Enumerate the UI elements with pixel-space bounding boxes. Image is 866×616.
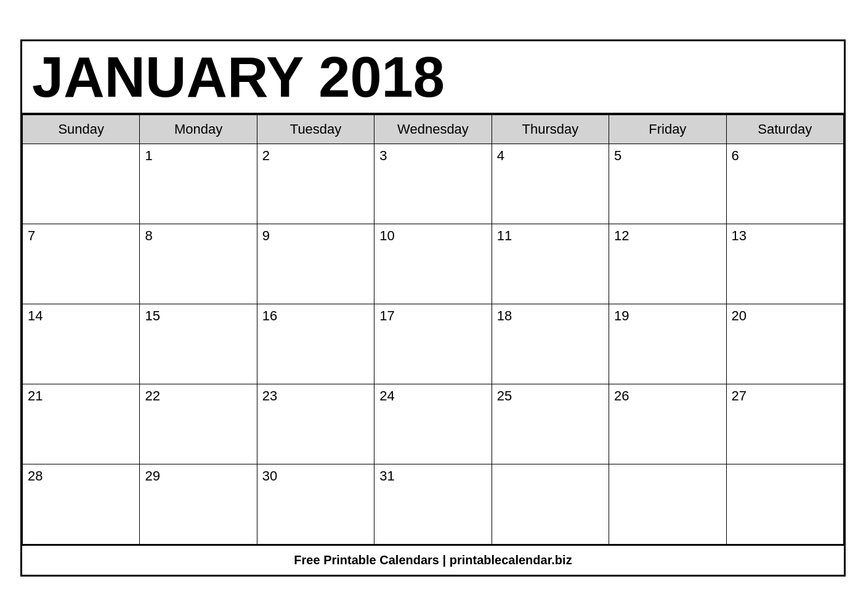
calendar-cell: 29: [140, 464, 257, 545]
calendar-cell: 7: [23, 224, 140, 304]
calendar-container: JANUARY 2018 SundayMondayTuesdayWednesda…: [20, 39, 846, 577]
calendar-cell: 8: [140, 224, 257, 304]
day-header-sunday: Sunday: [23, 115, 140, 144]
calendar-cell: 17: [374, 304, 492, 384]
day-header-thursday: Thursday: [492, 115, 609, 144]
calendar-cell: 5: [609, 144, 726, 224]
calendar-cell: 21: [23, 384, 140, 464]
calendar-cell: 23: [257, 384, 374, 464]
week-row-1: 123456: [23, 144, 844, 224]
day-header-friday: Friday: [609, 115, 726, 144]
calendar-cell: 18: [492, 304, 609, 384]
week-row-2: 78910111213: [23, 224, 844, 304]
calendar-cell: 22: [140, 384, 257, 464]
calendar-cell: 15: [140, 304, 257, 384]
calendar-cell: 27: [726, 384, 843, 464]
week-row-4: 21222324252627: [23, 384, 844, 464]
calendar-cell: [23, 144, 140, 224]
calendar-cell: 13: [726, 224, 843, 304]
calendar-cell: 1: [140, 144, 257, 224]
calendar-cell: 12: [609, 224, 726, 304]
calendar-cell: 11: [492, 224, 609, 304]
calendar-cell: 24: [374, 384, 492, 464]
calendar-cell: 10: [374, 224, 492, 304]
day-header-saturday: Saturday: [726, 115, 843, 144]
day-header-tuesday: Tuesday: [257, 115, 374, 144]
calendar-cell: 14: [23, 304, 140, 384]
week-row-5: 28293031: [23, 464, 844, 545]
calendar-cell: 31: [374, 464, 492, 545]
calendar-cell: [726, 464, 843, 545]
calendar-heading: JANUARY 2018: [32, 47, 834, 107]
calendar-cell: [609, 464, 726, 545]
calendar-cell: 16: [257, 304, 374, 384]
calendar-title-section: JANUARY 2018: [22, 41, 844, 115]
calendar-cell: 3: [374, 144, 492, 224]
day-header-wednesday: Wednesday: [374, 115, 492, 144]
calendar-cell: 26: [609, 384, 726, 464]
calendar-cell: 20: [726, 304, 843, 384]
calendar-cell: 6: [726, 144, 843, 224]
calendar-cell: 2: [257, 144, 374, 224]
footer-text: Free Printable Calendars | printablecale…: [22, 545, 844, 575]
calendar-cell: 19: [609, 304, 726, 384]
calendar-cell: 9: [257, 224, 374, 304]
calendar-cell: 25: [492, 384, 609, 464]
calendar-cell: 30: [257, 464, 374, 545]
week-row-3: 14151617181920: [23, 304, 844, 384]
day-header-monday: Monday: [140, 115, 257, 144]
calendar-cell: [492, 464, 609, 545]
calendar-cell: 28: [23, 464, 140, 545]
calendar-cell: 4: [492, 144, 609, 224]
calendar-table: SundayMondayTuesdayWednesdayThursdayFrid…: [22, 115, 844, 545]
days-header-row: SundayMondayTuesdayWednesdayThursdayFrid…: [23, 115, 844, 144]
